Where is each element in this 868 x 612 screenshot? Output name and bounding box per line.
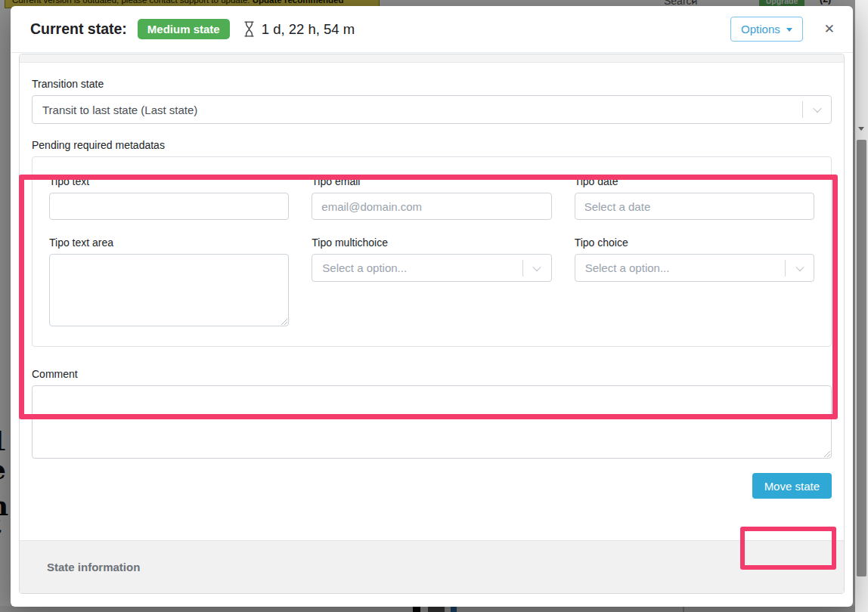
card-content: Transition state Transit to last state (…	[20, 63, 844, 499]
close-icon[interactable]: ✕	[824, 23, 835, 36]
move-state-button[interactable]: Move state	[752, 473, 832, 499]
select-placeholder: Select a option...	[585, 261, 670, 274]
scrollbar-arrow-icon	[858, 127, 864, 131]
hourglass-icon	[243, 20, 256, 38]
textarea-wrapper	[49, 254, 289, 326]
modal-body: Transition state Transit to last state (…	[11, 54, 853, 607]
tipo-choice-field: Tipo choice Select a option...	[575, 236, 814, 326]
chevron-down-icon	[523, 265, 551, 271]
button-row: Move state	[32, 473, 832, 499]
pending-metadata-label: Pending required metadatas	[32, 139, 832, 151]
options-button-label: Options	[741, 23, 780, 36]
tipo-multichoice-select[interactable]: Select a option...	[312, 254, 551, 282]
tipo-date-field: Tipo date	[575, 175, 814, 220]
transition-state-select[interactable]: Transit to last state (Last state)	[32, 95, 832, 124]
state-information-label: State information	[47, 561, 140, 573]
page-scrollbar[interactable]	[855, 0, 868, 612]
state-information-header[interactable]: State information	[20, 540, 844, 593]
tipo-multichoice-field: Tipo multichoice Select a option...	[312, 236, 551, 326]
card-top-strip	[20, 54, 844, 63]
field-label: Tipo text area	[49, 236, 289, 249]
field-label: Tipo email	[312, 175, 551, 187]
tipo-email-field: Tipo email	[312, 175, 551, 220]
comment-section: Comment	[32, 368, 832, 459]
tipo-textarea-field: Tipo text area	[49, 236, 289, 326]
field-label: Tipo multichoice	[312, 236, 551, 249]
tipo-text-input[interactable]	[49, 193, 289, 220]
modal-header: Current state: Medium state 1 d, 22 h, 5…	[11, 6, 853, 53]
current-state-modal: Current state: Medium state 1 d, 22 h, 5…	[11, 6, 853, 607]
options-button[interactable]: Options	[730, 17, 803, 42]
transition-state-value: Transit to last state (Last state)	[42, 104, 197, 116]
state-transition-card: Transition state Transit to last state (…	[19, 54, 845, 594]
select-placeholder: Select a option...	[322, 261, 407, 274]
metadata-fieldset: Tipo text Tipo email Tipo date T	[32, 156, 832, 347]
tipo-text-field: Tipo text	[49, 175, 289, 220]
transition-state-label: Transition state	[32, 78, 832, 90]
tipo-date-input[interactable]	[575, 193, 814, 220]
state-duration: 1 d, 22 h, 54 m	[262, 21, 355, 38]
tipo-choice-select[interactable]: Select a option...	[575, 254, 814, 282]
scrollbar-thumb[interactable]	[857, 140, 866, 576]
metadata-grid: Tipo text Tipo email Tipo date T	[49, 175, 814, 326]
tipo-textarea-input[interactable]	[49, 254, 289, 326]
textarea-wrapper	[32, 385, 832, 459]
state-badge: Medium state	[138, 19, 230, 39]
modal-title: Current state:	[30, 20, 127, 38]
caret-down-icon	[786, 28, 792, 32]
field-label: Tipo date	[575, 175, 814, 187]
comment-label: Comment	[32, 368, 832, 380]
chevron-down-icon	[786, 265, 814, 271]
field-label: Tipo text	[49, 175, 289, 187]
tipo-email-input[interactable]	[312, 193, 551, 220]
chevron-down-icon	[803, 107, 831, 113]
field-label: Tipo choice	[575, 236, 814, 249]
comment-textarea[interactable]	[32, 385, 832, 459]
